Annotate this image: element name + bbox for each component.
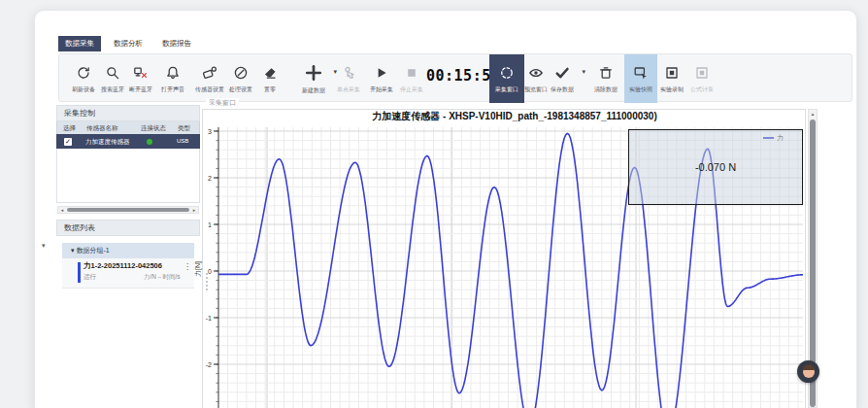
toolbar-button-label: 处理设置: [229, 86, 252, 93]
toolbar-button-label: 传感器设置: [195, 86, 224, 93]
toolbar-button-label: 实验录制: [660, 86, 684, 93]
main-tab-bar: 数据采集数据分析数据报告: [58, 36, 198, 51]
scroll-left-arrow-icon[interactable]: ◂: [58, 207, 66, 213]
sensor-row-selected[interactable]: ✓ 力加速度传感器 USB: [56, 134, 200, 149]
sensor-table-body: [56, 149, 200, 203]
toolbar-button-label: 采集窗口: [495, 86, 518, 93]
toolbar-button-clear-data[interactable]: 清除数据: [586, 56, 625, 101]
refresh-icon: [76, 65, 91, 85]
column-header-0: 选择: [63, 124, 76, 133]
search-icon: [105, 65, 120, 85]
data-item-axes: 力/N－时间/s: [144, 273, 181, 282]
plus-icon: [305, 64, 322, 85]
item-menu-icon[interactable]: ⋮: [184, 262, 191, 271]
data-item-title: 力1-2-20251112-042506: [83, 261, 162, 271]
check-icon: [554, 65, 570, 85]
tab-1[interactable]: 数据分析: [107, 36, 150, 51]
series-color-bar: [78, 262, 81, 283]
scroll-right-arrow-icon[interactable]: ▸: [190, 207, 198, 213]
toolbar-button-label: 新建数据: [302, 87, 325, 94]
svg-text:-1: -1: [206, 315, 212, 322]
toolbar-button-save-data[interactable]: 保存数据▾: [543, 56, 582, 101]
toolbar-button-label: 清除数据: [594, 86, 618, 93]
column-header-1: 传感器名称: [86, 124, 118, 133]
eraser-icon: [262, 65, 278, 85]
bell-icon: [165, 65, 181, 85]
avatar-hair: [803, 364, 815, 370]
data-item-status: 运行: [83, 273, 96, 282]
sensor-type: USB: [177, 138, 188, 144]
edit-circle-icon: [233, 65, 249, 85]
main-toolbar: 00:15:54 刷新设备搜索蓝牙断开蓝牙打开声音传感器设置处理设置置零新建数据…: [58, 53, 852, 102]
sidebar-horizontal-scrollbar[interactable]: ◂ ▸: [57, 206, 199, 214]
touch-icon: [341, 65, 356, 85]
capture-control-panel-header: 采集控制: [56, 105, 200, 121]
bt-off-icon: [133, 65, 149, 85]
connection-status-dot: [147, 139, 152, 145]
trash-icon: [598, 65, 614, 85]
svg-text:2: 2: [208, 175, 212, 182]
sensor-name: 力加速度传感器: [85, 138, 130, 147]
assistant-avatar-button[interactable]: [797, 360, 819, 383]
stop-icon: [404, 65, 419, 85]
toolbar-button-label: 开始采集: [370, 86, 393, 93]
toolbar-button-label: 实验快照: [629, 86, 652, 93]
toolbar-button-label: 公式计算: [690, 86, 714, 93]
eye-icon: [528, 65, 544, 85]
toolbar-button-label: 停止采集: [400, 86, 423, 93]
toolbar-button-new-data[interactable]: 新建数据▾: [294, 56, 333, 101]
data-group-row[interactable]: ▾ 数据分组-1: [62, 243, 194, 258]
scrollbar-thumb[interactable]: [67, 208, 189, 212]
svg-text:3: 3: [208, 128, 212, 135]
toolbar-button-label: 打开声音: [161, 86, 184, 93]
sensor-icon: [202, 65, 217, 85]
record-icon: [664, 65, 680, 85]
snapshot-icon: [633, 65, 649, 85]
toolbar-button-stop-capture: 停止采集: [392, 56, 431, 101]
toolbar-button-formula-calc: 公式计算: [683, 56, 721, 101]
svg-text:-2: -2: [206, 361, 212, 368]
data-list-panel-header: 数据列表: [56, 220, 200, 236]
scroll-up-arrow-icon[interactable]: ▴: [809, 110, 817, 119]
sensor-checkbox[interactable]: ✓: [64, 138, 72, 146]
dashed-circle-icon: [499, 65, 515, 85]
sidebar: 采集控制 选择传感器名称连接状态类型 ✓ 力加速度传感器 USB ◂ ▸ 数据列…: [56, 105, 200, 408]
caret-down-icon[interactable]: ▾: [582, 68, 585, 76]
toolbar-button-label: 断开蓝牙: [129, 86, 152, 93]
toolbar-button-sound-on[interactable]: 打开声音: [153, 56, 192, 101]
data-list-item[interactable]: 力1-2-20251112-042506 运行 力/N－时间/s ⋮: [62, 258, 194, 289]
toolbar-button-label: 置零: [264, 86, 276, 93]
value-readout-box[interactable]: -0.070 N: [628, 129, 803, 205]
svg-text:0: 0: [208, 268, 212, 275]
readout-value: -0.070 N: [629, 161, 802, 173]
toolbar-button-label: 单点采集: [337, 86, 360, 93]
app-screenshot: 数据采集数据分析数据报告 00:15:54 刷新设备搜索蓝牙断开蓝牙打开声音传感…: [0, 0, 868, 408]
sidebar-collapse-handle[interactable]: ▾: [42, 242, 46, 250]
column-header-3: 类型: [178, 124, 190, 133]
tab-0[interactable]: 数据采集: [58, 36, 101, 51]
play-icon: [374, 65, 389, 85]
svg-text:1: 1: [208, 221, 212, 228]
toolbar-button-label: 刷新设备: [72, 86, 95, 93]
toolbar-button-label: 保存数据: [551, 86, 574, 93]
toolbar-button-zero[interactable]: 置零: [250, 56, 289, 101]
tab-2[interactable]: 数据报告: [155, 36, 198, 51]
formula-icon: [694, 65, 710, 85]
column-header-2: 连接状态: [141, 124, 166, 133]
sensor-table-header: 选择传感器名称连接状态类型: [56, 121, 200, 134]
